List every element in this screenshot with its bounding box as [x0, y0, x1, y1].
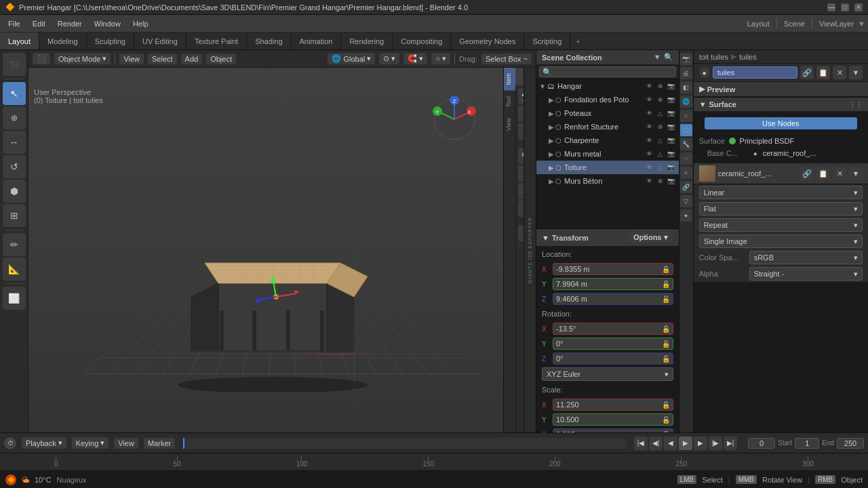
playback-btn[interactable]: Playback ▾ [22, 437, 66, 449]
cursor-tool-btn[interactable]: ⊕ [3, 106, 26, 129]
location-x-lock[interactable]: 🔓 [662, 266, 670, 273]
object-mode-btn[interactable]: Object Mode ▾ [54, 53, 111, 64]
object-props-btn[interactable]: ⬡ [680, 124, 692, 136]
rotation-x-field[interactable]: -13.5° 🔓 [553, 323, 673, 335]
select-box-btn[interactable]: Select Box ~ [481, 54, 532, 64]
view-layer-props-btn[interactable]: ◧ [680, 81, 692, 94]
menu-render[interactable]: Render [52, 18, 87, 29]
surface-shader-value[interactable]: Principled BSDF [740, 137, 795, 145]
renfort-vis-render[interactable]: 📷 [667, 122, 676, 131]
play-btn[interactable]: ▶ [679, 436, 692, 450]
fondation-vis-eye[interactable]: 👁 [645, 95, 654, 104]
vp-object-btn[interactable]: Object [206, 54, 236, 64]
interpolation-dropdown[interactable]: Linear ▾ [699, 186, 863, 199]
outliner-item-renfort[interactable]: ▶ ⬡ Renfort Stucture 👁 ⊕ 📷 [536, 120, 679, 134]
material-delete-btn[interactable]: ✕ [833, 66, 846, 79]
current-frame-field[interactable]: 0 [748, 438, 775, 449]
start-frame-field[interactable]: 1 [795, 438, 819, 449]
scale-x-field[interactable]: 11.250 🔓 [553, 399, 673, 411]
color-space-dropdown[interactable]: sRGB ▾ [749, 251, 863, 264]
scale-x-lock[interactable]: 🔓 [662, 401, 670, 409]
source-dropdown[interactable]: Single Image ▾ [699, 235, 863, 248]
scale-tool-btn[interactable]: ⬢ [3, 180, 26, 203]
gizmo-widget[interactable]: X Y Z [427, 92, 481, 146]
poteaux-vis-tri[interactable]: △ [656, 108, 665, 118]
transform-options-btn[interactable]: Options ▾ [628, 232, 673, 243]
outliner-filter-btn[interactable]: ▼ [654, 53, 661, 62]
menu-help[interactable]: Help [127, 18, 154, 29]
projection-dropdown[interactable]: Flat ▾ [699, 202, 863, 216]
renfort-vis-select[interactable]: ⊕ [656, 122, 665, 131]
toiture-vis-eye[interactable]: 👁 [645, 163, 654, 172]
location-z-field[interactable]: 9.4606 m 🔓 [553, 293, 673, 305]
tab-modeling[interactable]: Modeling [39, 33, 87, 49]
tool-tab[interactable]: Tool [504, 91, 515, 113]
close-btn[interactable]: × [854, 3, 863, 12]
location-x-field[interactable]: -9.8355 m 🔓 [553, 263, 673, 275]
scale-y-lock[interactable]: 🔓 [662, 416, 670, 424]
outliner-item-murs-metal[interactable]: ▶ ⬡ Murs metal 👁 △ 📷 [536, 147, 679, 161]
transform-section-header[interactable]: ▼ Transform Options ▾ [536, 229, 679, 247]
tab-compositing[interactable]: Compositing [393, 33, 451, 49]
murs-metal-vis-render[interactable]: 📷 [667, 149, 676, 159]
poteaux-vis-render[interactable]: 📷 [667, 108, 676, 118]
rotate-tool-btn[interactable]: ↺ [3, 155, 26, 178]
tab-scripting[interactable]: Scripting [524, 33, 570, 49]
material-filter-btn[interactable]: ▼ [849, 66, 863, 79]
measure-btn[interactable]: 📐 [3, 258, 26, 281]
tex-link-btn[interactable]: 🔗 [800, 167, 814, 180]
snap-btn[interactable]: 🧲 ▾ [403, 53, 427, 64]
outliner-item-toiture[interactable]: ▶ ⬡ Toiture 👁 △ 📷 [536, 161, 679, 174]
base-color-texture[interactable]: ceramic_roof_... [763, 149, 816, 157]
material-link-btn[interactable]: 🔗 [800, 66, 814, 79]
timeline-editor-icon[interactable]: ⏱ [4, 437, 16, 449]
fondation-vis-select[interactable]: ⊕ [656, 95, 665, 104]
material-copy-btn[interactable]: 📋 [816, 66, 830, 79]
prev-keyframe-btn[interactable]: ◀| [649, 436, 663, 450]
bc-tuiles[interactable]: tuiles [739, 53, 757, 61]
surface-options-icon[interactable]: ⋮⋮ [849, 101, 863, 108]
hangar-vis-render[interactable]: 📷 [667, 81, 676, 91]
tex-filter-btn[interactable]: ▼ [849, 167, 863, 180]
step-back-btn[interactable]: ◀ [664, 436, 677, 450]
next-keyframe-btn[interactable]: |▶ [709, 436, 722, 450]
pivot-btn[interactable]: ⊙ ▾ [379, 53, 399, 64]
tab-uv-editing[interactable]: UV Editing [134, 33, 186, 49]
outliner-item-fondation[interactable]: ▶ ⬡ Fondation des Poto 👁 ⊕ 📷 [536, 93, 679, 106]
menu-file[interactable]: File [3, 18, 26, 29]
hangar-vis-select[interactable]: ⊕ [656, 81, 665, 91]
modifier-props-btn[interactable]: 🔧 [680, 138, 692, 150]
render-props-btn[interactable]: 📷 [680, 53, 692, 65]
material-sphere-icon[interactable]: ● [699, 67, 710, 78]
fondation-vis-render[interactable]: 📷 [667, 95, 676, 104]
add-workspace-btn[interactable]: + [570, 33, 585, 49]
editor-type-btn[interactable]: ⬛ [3, 53, 26, 76]
scene-props-btn[interactable]: 🌐 [680, 96, 692, 108]
outliner-search-input[interactable] [539, 66, 676, 77]
outliner-search-btn[interactable]: 🔍 [664, 53, 673, 62]
jump-end-btn[interactable]: ▶| [724, 436, 737, 450]
tex-copy-btn[interactable]: 📋 [816, 167, 830, 180]
tex-delete-btn[interactable]: ✕ [833, 167, 846, 180]
rotation-y-lock[interactable]: 🔓 [662, 340, 670, 348]
charpente-vis-render[interactable]: 📷 [667, 136, 676, 145]
rotation-x-lock[interactable]: 🔓 [662, 325, 670, 333]
data-props-btn[interactable]: ▽ [680, 195, 692, 207]
murs-metal-vis-tri[interactable]: △ [656, 149, 665, 159]
outliner-item-poteaux[interactable]: ▶ ⬡ Poteaux 👁 △ 📷 [536, 106, 679, 120]
texture-name[interactable]: ceramic_roof_... [718, 169, 797, 178]
viewport-3d[interactable]: User Perspective (0) Toiture | toit tuil… [28, 68, 536, 432]
euler-dropdown[interactable]: XYZ Euler ▾ [542, 367, 673, 381]
transform-tool-btn[interactable]: ⊞ [3, 204, 26, 227]
rotation-y-field[interactable]: 0° 🔓 [553, 338, 673, 350]
toiture-vis-render[interactable]: 📷 [667, 163, 676, 172]
jump-start-btn[interactable]: |◀ [634, 436, 648, 450]
end-frame-field[interactable]: 250 [837, 438, 864, 449]
vp-view-btn[interactable]: View [119, 54, 144, 64]
annotate-btn[interactable]: ✏ [3, 233, 26, 256]
keying-btn[interactable]: Keying ▾ [72, 437, 109, 449]
constraint-props-btn[interactable]: 🔗 [680, 181, 692, 193]
toiture-vis-tri[interactable]: △ [656, 163, 665, 172]
murs-beton-vis-eye[interactable]: 👁 [645, 176, 654, 186]
location-z-lock[interactable]: 🔓 [662, 296, 670, 303]
